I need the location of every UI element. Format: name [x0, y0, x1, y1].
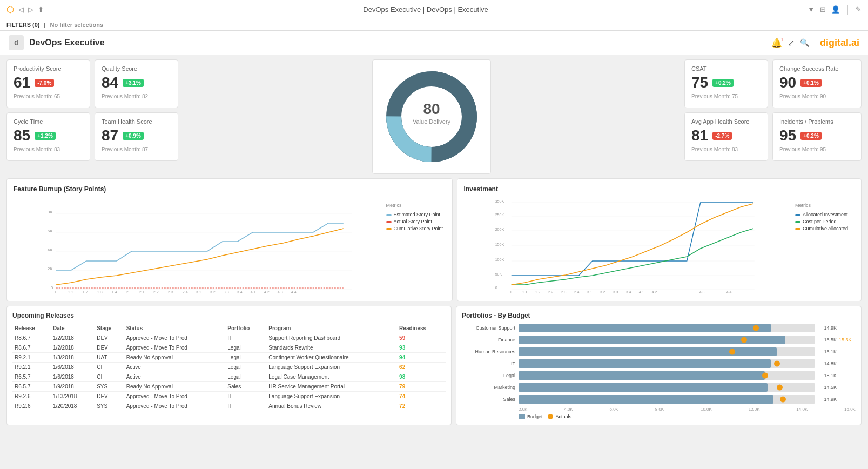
table-row: R9.2.11/3/2018UATReady No ApprovalLegalC… [12, 353, 446, 363]
table-cell: R8.6.7 [12, 343, 51, 353]
kpi-quality-value: 84 +3.1% [102, 74, 171, 91]
kpi-changesuccessrate: Change Success Rate 90 +0.1% Previous Mo… [772, 59, 862, 108]
dashboard-header-icons: 🔔1 ⤢ 🔍 digital.ai [771, 37, 859, 49]
kpi-productivity-prev: Previous Month: 65 [14, 93, 83, 99]
portfolio-bar-fill [519, 324, 771, 332]
svg-text:4.1: 4.1 [638, 290, 644, 294]
back-icon[interactable]: ◁ [18, 5, 24, 14]
x-label-2: 6.0K [609, 407, 618, 412]
alert-icon[interactable]: 🔔1 [771, 38, 782, 48]
donut-chart: 80 Value Delivery [380, 65, 483, 168]
page-title: DevOps Executive | DevOps | Executive [44, 5, 808, 14]
legend-label-allocated: Allocated Investment [803, 212, 848, 217]
svg-text:150K: 150K [495, 243, 504, 246]
forward-icon[interactable]: ▷ [28, 5, 33, 14]
portfolio-actuals-dot [741, 337, 747, 343]
portfolio-bar-label: IT [462, 361, 519, 366]
kpi-teamhealth-label: Team Health Score [102, 118, 171, 125]
kpi-productivity-badge: -7.0% [35, 79, 54, 87]
svg-text:80: 80 [423, 100, 440, 117]
table-cell: 1/20/2018 [51, 401, 95, 411]
kpi-quality-prev: Previous Month: 82 [102, 93, 171, 99]
table-cell: Approved - Move To Prod [124, 333, 226, 343]
legend-budget: Budget [519, 414, 543, 419]
export-icon[interactable]: ⊞ [820, 5, 826, 14]
table-cell: 93 [397, 343, 446, 353]
kpi-apphealth-prev: Previous Month: 83 [691, 146, 761, 152]
table-cell: Ready No Approval [124, 382, 226, 392]
kpi-quality-badge: +3.1% [123, 79, 144, 87]
legend-label-cost: Cost per Period [803, 219, 837, 224]
metrics-label: Metrics [386, 203, 446, 208]
kpi-section-right1: CSAT 75 +0.2% Previous Month: 75 Avg App… [684, 59, 768, 174]
kpi-csat: CSAT 75 +0.2% Previous Month: 75 [684, 59, 768, 108]
x-label-7: 16.0K [844, 407, 856, 412]
table-cell: 1/13/2018 [51, 392, 95, 401]
kpi-incidents-prev: Previous Month: 95 [779, 146, 854, 152]
svg-text:250K: 250K [495, 213, 504, 217]
kpi-changesuccessrate-badge: +0.1% [800, 79, 822, 87]
kpi-cycletime: Cycle Time 85 +1.2% Previous Month: 83 [6, 112, 90, 161]
table-cell: Legal [225, 353, 266, 363]
portfolio-bar-track [519, 371, 815, 380]
col-portfolio: Portfolio [225, 324, 266, 333]
table-cell: Language Support Expansion [266, 363, 397, 372]
home-icon[interactable]: ⬡ [6, 4, 14, 15]
legend-dot-cost [795, 221, 800, 223]
legend-estimated: Estimated Story Point [386, 212, 446, 217]
kpi-csat-prev: Previous Month: 75 [691, 93, 761, 99]
portfolio-budget-val: 15.1K [815, 349, 837, 354]
table-cell: SYS [95, 382, 124, 392]
table-cell: 79 [397, 382, 446, 392]
svg-text:3.3: 3.3 [613, 290, 618, 294]
table-row: R9.2.61/20/2018SYSApproved - Move To Pro… [12, 401, 446, 411]
filter-divider: | [44, 22, 46, 28]
table-cell: 98 [397, 372, 446, 382]
svg-text:Value Delivery: Value Delivery [412, 118, 450, 125]
kpi-quality-label: Quality Score [102, 65, 171, 72]
table-cell: Sales [225, 382, 266, 392]
feature-burnup-legend: Metrics Estimated Story Point Actual Sto… [386, 197, 446, 294]
svg-text:2.1: 2.1 [139, 290, 145, 294]
share-icon[interactable]: ⬆ [38, 5, 44, 14]
kpi-incidents-badge: +0.2% [800, 132, 822, 140]
table-cell: 1/2/2018 [51, 333, 95, 343]
portfolio-actuals-dot [777, 385, 783, 391]
portfolio-bar-track [519, 383, 815, 392]
kpi-cycletime-badge: +1.2% [35, 132, 56, 140]
svg-text:2.2: 2.2 [548, 290, 553, 294]
table-cell: CI [95, 363, 124, 372]
table-cell: 1/9/2018 [51, 382, 95, 392]
user-icon[interactable]: 👤 [831, 5, 840, 14]
table-cell: Legal Case Management [266, 372, 397, 382]
col-release: Release [12, 324, 51, 333]
table-cell: Ready No Approval [124, 353, 226, 363]
table-cell: 1/6/2018 [51, 372, 95, 382]
kpi-apphealth-label: Avg App Health Score [691, 118, 761, 125]
dashboard-header: d DevOps Executive 🔔1 ⤢ 🔍 digital.ai [0, 31, 868, 55]
table-cell: R9.2.6 [12, 392, 51, 401]
search-icon[interactable]: 🔍 [800, 38, 809, 47]
portfolios-legend: Budget Actuals [519, 414, 856, 419]
expand-icon[interactable]: ⤢ [788, 38, 795, 48]
x-label-4: 10.0K [701, 407, 712, 412]
legend-dot-cumulative-alloc [795, 228, 800, 230]
filter-icon[interactable]: ▼ [808, 5, 815, 14]
svg-text:1.1: 1.1 [68, 290, 73, 294]
charts-row: Feature Burnup (Story Points) 0 2K 4K 6K… [6, 178, 862, 302]
table-cell: DEV [95, 392, 124, 401]
table-cell: Contingent Worker Questionnaire [266, 353, 397, 363]
svg-text:4.4: 4.4 [726, 290, 731, 294]
portfolio-bar-label: Finance [462, 337, 519, 343]
kpi-incidents: Incidents / Problems 95 +0.2% Previous M… [772, 112, 862, 161]
edit-icon[interactable]: ✎ [856, 5, 862, 14]
table-cell: Language Support Expansion [266, 392, 397, 401]
table-cell: Annual Bonus Review [266, 401, 397, 411]
legend-swatch-budget [519, 414, 525, 419]
kpi-productivity-value: 61 -7.0% [14, 74, 83, 91]
filter-text: No filter selections [50, 22, 103, 28]
kpi-quality: Quality Score 84 +3.1% Previous Month: 8… [95, 59, 178, 108]
svg-text:1: 1 [509, 290, 512, 294]
portfolio-bar-row: Customer Support14.9K [462, 324, 856, 332]
releases-title: Upcoming Releases [12, 312, 446, 319]
